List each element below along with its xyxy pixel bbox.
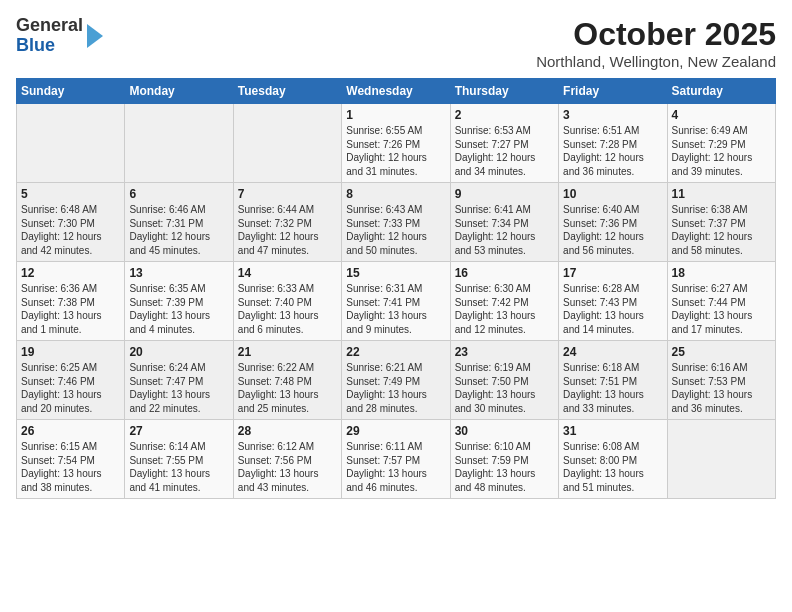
calendar-header: SundayMondayTuesdayWednesdayThursdayFrid… <box>17 79 776 104</box>
day-number: 14 <box>238 266 337 280</box>
calendar-cell: 15Sunrise: 6:31 AM Sunset: 7:41 PM Dayli… <box>342 262 450 341</box>
calendar-cell: 13Sunrise: 6:35 AM Sunset: 7:39 PM Dayli… <box>125 262 233 341</box>
day-number: 5 <box>21 187 120 201</box>
day-info: Sunrise: 6:27 AM Sunset: 7:44 PM Dayligh… <box>672 282 771 336</box>
calendar-cell: 14Sunrise: 6:33 AM Sunset: 7:40 PM Dayli… <box>233 262 341 341</box>
day-number: 28 <box>238 424 337 438</box>
logo-text: General Blue <box>16 16 83 56</box>
day-number: 22 <box>346 345 445 359</box>
calendar-cell: 19Sunrise: 6:25 AM Sunset: 7:46 PM Dayli… <box>17 341 125 420</box>
day-info: Sunrise: 6:44 AM Sunset: 7:32 PM Dayligh… <box>238 203 337 257</box>
day-number: 9 <box>455 187 554 201</box>
day-info: Sunrise: 6:08 AM Sunset: 8:00 PM Dayligh… <box>563 440 662 494</box>
calendar-cell: 23Sunrise: 6:19 AM Sunset: 7:50 PM Dayli… <box>450 341 558 420</box>
page-subtitle: Northland, Wellington, New Zealand <box>536 53 776 70</box>
day-header-sunday: Sunday <box>17 79 125 104</box>
day-info: Sunrise: 6:35 AM Sunset: 7:39 PM Dayligh… <box>129 282 228 336</box>
day-header-friday: Friday <box>559 79 667 104</box>
day-number: 20 <box>129 345 228 359</box>
calendar-cell <box>233 104 341 183</box>
calendar-cell: 21Sunrise: 6:22 AM Sunset: 7:48 PM Dayli… <box>233 341 341 420</box>
calendar-cell <box>667 420 775 499</box>
calendar-cell: 28Sunrise: 6:12 AM Sunset: 7:56 PM Dayli… <box>233 420 341 499</box>
calendar-cell: 11Sunrise: 6:38 AM Sunset: 7:37 PM Dayli… <box>667 183 775 262</box>
day-header-saturday: Saturday <box>667 79 775 104</box>
calendar-cell: 6Sunrise: 6:46 AM Sunset: 7:31 PM Daylig… <box>125 183 233 262</box>
calendar-cell: 16Sunrise: 6:30 AM Sunset: 7:42 PM Dayli… <box>450 262 558 341</box>
day-info: Sunrise: 6:24 AM Sunset: 7:47 PM Dayligh… <box>129 361 228 415</box>
day-number: 1 <box>346 108 445 122</box>
day-number: 26 <box>21 424 120 438</box>
day-number: 25 <box>672 345 771 359</box>
calendar-cell: 22Sunrise: 6:21 AM Sunset: 7:49 PM Dayli… <box>342 341 450 420</box>
calendar-cell: 30Sunrise: 6:10 AM Sunset: 7:59 PM Dayli… <box>450 420 558 499</box>
day-number: 19 <box>21 345 120 359</box>
day-info: Sunrise: 6:25 AM Sunset: 7:46 PM Dayligh… <box>21 361 120 415</box>
page-title: October 2025 <box>536 16 776 53</box>
day-number: 13 <box>129 266 228 280</box>
calendar-cell: 2Sunrise: 6:53 AM Sunset: 7:27 PM Daylig… <box>450 104 558 183</box>
day-number: 2 <box>455 108 554 122</box>
day-number: 10 <box>563 187 662 201</box>
calendar-body: 1Sunrise: 6:55 AM Sunset: 7:26 PM Daylig… <box>17 104 776 499</box>
calendar-cell: 26Sunrise: 6:15 AM Sunset: 7:54 PM Dayli… <box>17 420 125 499</box>
day-info: Sunrise: 6:46 AM Sunset: 7:31 PM Dayligh… <box>129 203 228 257</box>
title-block: October 2025 Northland, Wellington, New … <box>536 16 776 70</box>
day-header-thursday: Thursday <box>450 79 558 104</box>
day-number: 30 <box>455 424 554 438</box>
day-number: 31 <box>563 424 662 438</box>
calendar-cell: 24Sunrise: 6:18 AM Sunset: 7:51 PM Dayli… <box>559 341 667 420</box>
logo: General Blue <box>16 16 103 56</box>
day-header-monday: Monday <box>125 79 233 104</box>
calendar-cell: 10Sunrise: 6:40 AM Sunset: 7:36 PM Dayli… <box>559 183 667 262</box>
day-number: 29 <box>346 424 445 438</box>
day-number: 24 <box>563 345 662 359</box>
day-header-wednesday: Wednesday <box>342 79 450 104</box>
day-info: Sunrise: 6:38 AM Sunset: 7:37 PM Dayligh… <box>672 203 771 257</box>
calendar-cell: 18Sunrise: 6:27 AM Sunset: 7:44 PM Dayli… <box>667 262 775 341</box>
day-info: Sunrise: 6:16 AM Sunset: 7:53 PM Dayligh… <box>672 361 771 415</box>
day-info: Sunrise: 6:41 AM Sunset: 7:34 PM Dayligh… <box>455 203 554 257</box>
calendar-cell <box>125 104 233 183</box>
day-info: Sunrise: 6:15 AM Sunset: 7:54 PM Dayligh… <box>21 440 120 494</box>
day-number: 8 <box>346 187 445 201</box>
day-info: Sunrise: 6:53 AM Sunset: 7:27 PM Dayligh… <box>455 124 554 178</box>
day-number: 15 <box>346 266 445 280</box>
day-number: 6 <box>129 187 228 201</box>
day-number: 21 <box>238 345 337 359</box>
page-header: General Blue October 2025 Northland, Wel… <box>16 16 776 70</box>
day-info: Sunrise: 6:43 AM Sunset: 7:33 PM Dayligh… <box>346 203 445 257</box>
day-number: 3 <box>563 108 662 122</box>
day-header-tuesday: Tuesday <box>233 79 341 104</box>
logo-arrow-icon <box>87 24 103 48</box>
calendar-cell: 25Sunrise: 6:16 AM Sunset: 7:53 PM Dayli… <box>667 341 775 420</box>
day-info: Sunrise: 6:40 AM Sunset: 7:36 PM Dayligh… <box>563 203 662 257</box>
day-info: Sunrise: 6:28 AM Sunset: 7:43 PM Dayligh… <box>563 282 662 336</box>
day-number: 27 <box>129 424 228 438</box>
day-number: 12 <box>21 266 120 280</box>
day-info: Sunrise: 6:19 AM Sunset: 7:50 PM Dayligh… <box>455 361 554 415</box>
day-info: Sunrise: 6:33 AM Sunset: 7:40 PM Dayligh… <box>238 282 337 336</box>
calendar-cell: 5Sunrise: 6:48 AM Sunset: 7:30 PM Daylig… <box>17 183 125 262</box>
calendar-cell: 4Sunrise: 6:49 AM Sunset: 7:29 PM Daylig… <box>667 104 775 183</box>
day-info: Sunrise: 6:18 AM Sunset: 7:51 PM Dayligh… <box>563 361 662 415</box>
day-number: 23 <box>455 345 554 359</box>
day-info: Sunrise: 6:55 AM Sunset: 7:26 PM Dayligh… <box>346 124 445 178</box>
day-info: Sunrise: 6:31 AM Sunset: 7:41 PM Dayligh… <box>346 282 445 336</box>
day-number: 16 <box>455 266 554 280</box>
day-number: 7 <box>238 187 337 201</box>
day-number: 18 <box>672 266 771 280</box>
calendar-cell: 1Sunrise: 6:55 AM Sunset: 7:26 PM Daylig… <box>342 104 450 183</box>
day-info: Sunrise: 6:10 AM Sunset: 7:59 PM Dayligh… <box>455 440 554 494</box>
calendar-cell: 7Sunrise: 6:44 AM Sunset: 7:32 PM Daylig… <box>233 183 341 262</box>
day-info: Sunrise: 6:21 AM Sunset: 7:49 PM Dayligh… <box>346 361 445 415</box>
calendar-cell: 3Sunrise: 6:51 AM Sunset: 7:28 PM Daylig… <box>559 104 667 183</box>
calendar-cell: 31Sunrise: 6:08 AM Sunset: 8:00 PM Dayli… <box>559 420 667 499</box>
calendar-cell: 20Sunrise: 6:24 AM Sunset: 7:47 PM Dayli… <box>125 341 233 420</box>
day-info: Sunrise: 6:49 AM Sunset: 7:29 PM Dayligh… <box>672 124 771 178</box>
calendar-cell: 17Sunrise: 6:28 AM Sunset: 7:43 PM Dayli… <box>559 262 667 341</box>
day-number: 17 <box>563 266 662 280</box>
calendar-cell: 27Sunrise: 6:14 AM Sunset: 7:55 PM Dayli… <box>125 420 233 499</box>
calendar-cell <box>17 104 125 183</box>
day-info: Sunrise: 6:22 AM Sunset: 7:48 PM Dayligh… <box>238 361 337 415</box>
